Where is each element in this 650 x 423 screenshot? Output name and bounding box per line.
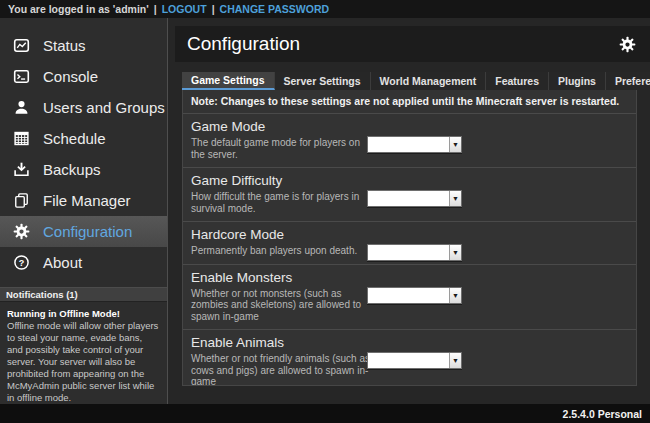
top-bar: You are logged in as 'admin' | LOGOUT | … <box>0 0 650 18</box>
notification-title: Running in Offline Mode! <box>7 308 160 320</box>
tab-server-settings[interactable]: Server Settings <box>275 72 371 90</box>
sidebar: Status Console Users and Groups Schedule… <box>0 18 168 404</box>
tab-plugins[interactable]: Plugins <box>549 72 606 90</box>
file-manager-icon <box>13 192 30 209</box>
setting-name: Hardcore Mode <box>191 227 628 242</box>
setting-name: Game Difficulty <box>191 173 628 188</box>
chevron-down-icon: ▼ <box>449 288 461 303</box>
setting-name: Game Mode <box>191 119 628 134</box>
sidebar-item-file-manager[interactable]: File Manager <box>0 185 167 216</box>
sidebar-item-label: About <box>43 254 82 271</box>
tab-preferences[interactable]: Preferences <box>606 72 650 90</box>
sidebar-menu: Status Console Users and Groups Schedule… <box>0 30 167 278</box>
svg-text:?: ? <box>19 258 25 268</box>
sidebar-item-label: File Manager <box>43 192 131 209</box>
setting-row: Game Difficulty How difficult the game i… <box>183 167 636 221</box>
separator: | <box>154 3 157 15</box>
sidebar-item-console[interactable]: Console <box>0 61 167 92</box>
setting-description: Permanently ban players upon death. <box>191 245 371 257</box>
enable-monsters-select[interactable]: ▼ <box>367 287 462 304</box>
setting-description: Whether or not monsters (such as zombies… <box>191 288 371 323</box>
change-password-link[interactable]: CHANGE PASSWORD <box>220 3 329 15</box>
settings-panel: Note: Changes to these settings are not … <box>182 90 637 386</box>
game-mode-select[interactable]: ▼ <box>367 136 462 153</box>
select-value <box>368 245 449 260</box>
select-value <box>368 137 449 152</box>
notification-item: Running in Offline Mode! Offline mode wi… <box>0 302 167 404</box>
sidebar-item-label: Schedule <box>43 130 106 147</box>
tab-game-settings[interactable]: Game Settings <box>182 72 275 90</box>
sidebar-item-backups[interactable]: Backups <box>0 154 167 185</box>
restart-note: Note: Changes to these settings are not … <box>183 90 636 114</box>
tab-features[interactable]: Features <box>486 72 549 90</box>
question-icon: ? <box>13 254 30 271</box>
main-content: Configuration Game SettingsServer Settin… <box>175 26 650 404</box>
enable-animals-select[interactable]: ▼ <box>367 352 462 369</box>
chevron-down-icon: ▼ <box>449 353 461 368</box>
sidebar-item-users-and-groups[interactable]: Users and Groups <box>0 92 167 123</box>
main-header: Configuration <box>175 26 650 62</box>
schedule-icon <box>13 130 30 147</box>
chevron-down-icon: ▼ <box>449 137 461 152</box>
chevron-down-icon: ▼ <box>449 245 461 260</box>
chevron-down-icon: ▼ <box>449 191 461 206</box>
sidebar-item-label: Status <box>43 37 86 54</box>
gear-icon <box>13 223 30 240</box>
sidebar-item-schedule[interactable]: Schedule <box>0 123 167 154</box>
tab-world-management[interactable]: World Management <box>371 72 487 90</box>
setting-description: Whether or not friendly animals (such as… <box>191 353 371 386</box>
sidebar-item-about[interactable]: ? About <box>0 247 167 278</box>
tab-bar: Game SettingsServer SettingsWorld Manage… <box>182 72 650 90</box>
notifications-header: Notifications (1) <box>0 287 167 302</box>
setting-row: Enable Monsters Whether or not monsters … <box>183 264 636 330</box>
setting-description: How difficult the game is for players in… <box>191 191 371 214</box>
select-value <box>368 353 449 368</box>
select-value <box>368 191 449 206</box>
logout-link[interactable]: LOGOUT <box>162 3 207 15</box>
setting-description: The default game mode for players on the… <box>191 137 371 160</box>
logged-in-text: You are logged in as 'admin' <box>8 3 149 15</box>
page-title: Configuration <box>187 33 619 55</box>
notification-text: Offline mode will allow other players to… <box>7 320 160 404</box>
game-difficulty-select[interactable]: ▼ <box>367 190 462 207</box>
sidebar-item-label: Backups <box>43 161 101 178</box>
footer-bar: 2.5.4.0 Personal <box>0 404 650 423</box>
sidebar-item-label: Users and Groups <box>43 99 165 116</box>
backups-icon <box>13 161 30 178</box>
select-value <box>368 288 449 303</box>
sidebar-item-label: Console <box>43 68 98 85</box>
console-icon <box>13 68 30 85</box>
version-label: 2.5.4.0 Personal <box>563 408 642 420</box>
gear-icon[interactable] <box>619 36 636 53</box>
setting-row: Hardcore Mode Permanently ban players up… <box>183 221 636 264</box>
sidebar-item-configuration[interactable]: Configuration <box>0 216 167 247</box>
hardcore-mode-select[interactable]: ▼ <box>367 244 462 261</box>
users-icon <box>13 99 30 116</box>
status-chart-icon <box>13 37 30 54</box>
settings-list: Game Mode The default game mode for play… <box>183 114 636 386</box>
sidebar-item-status[interactable]: Status <box>0 30 167 61</box>
setting-row: Game Mode The default game mode for play… <box>183 114 636 167</box>
separator: | <box>212 3 215 15</box>
sidebar-item-label: Configuration <box>43 223 132 240</box>
setting-row: Enable Animals Whether or not friendly a… <box>183 329 636 386</box>
setting-name: Enable Animals <box>191 335 628 350</box>
setting-name: Enable Monsters <box>191 270 628 285</box>
